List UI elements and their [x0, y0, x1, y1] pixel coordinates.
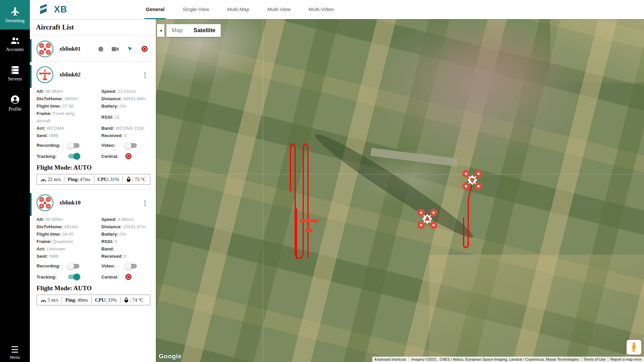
detail-field: RSSI: 21 — [101, 114, 152, 121]
detail-field: Distance: 15531.47m — [101, 223, 152, 231]
detail-label: Distance: — [101, 96, 122, 101]
detail-value: 49.999m — [45, 217, 63, 222]
quadrotor-avatar-icon — [37, 194, 53, 211]
kebab-menu-icon[interactable]: ⋮ — [140, 200, 150, 206]
aircraft-card-xblink02: xblink02 ⋮ Alt: 49.964m Speed: 22.01m/s … — [30, 62, 156, 185]
map-canvas[interactable]: ◄ Map Satellite Google — [156, 19, 644, 362]
kebab-menu-icon[interactable]: ⋮ — [140, 72, 150, 78]
detail-value: 0 — [124, 133, 127, 138]
pegman-control[interactable] — [627, 340, 641, 355]
report-map-error-link[interactable]: Report a map error — [608, 357, 644, 362]
detail-label: Act: — [37, 126, 45, 131]
navigation-arrow-icon[interactable] — [127, 46, 133, 52]
ping-segment: Ping:40ms — [62, 297, 91, 303]
sidebar-item-accounts[interactable]: Accounts — [0, 29, 30, 59]
tab-general[interactable]: General — [145, 0, 166, 19]
speed-segment: 5 m/s — [37, 297, 62, 303]
flight-path-layer — [156, 19, 644, 362]
quadrotor-map-marker-a[interactable] — [417, 208, 438, 231]
tab-multi-map[interactable]: Multi-Map — [226, 0, 251, 19]
fixed-wing-map-marker[interactable] — [299, 213, 319, 235]
detail-value: 0MB — [49, 254, 59, 259]
ping-label: Ping: — [65, 297, 76, 303]
map-type-button-satellite[interactable]: Satellite — [188, 24, 221, 37]
detail-value: 4914m — [64, 224, 78, 229]
brand-text: XB — [54, 4, 67, 15]
recording-toggle[interactable] — [68, 143, 79, 148]
cpu-label: CPU: — [98, 177, 109, 182]
detail-field: Frame: Quadrotor — [37, 238, 101, 245]
detail-value: 0 — [124, 254, 127, 259]
detail-field: RSSI: 0 — [101, 238, 152, 245]
fixed-wing-avatar-icon — [37, 66, 53, 83]
detail-field: Flight time: 37:56 — [37, 103, 101, 110]
left-sidebar: Streaming Accounts Servers Profile ☰ Men… — [0, 0, 30, 362]
detail-field: Distance: 49931.66m — [101, 95, 152, 103]
panel-collapse-button[interactable]: ◄ — [157, 24, 164, 37]
map-type-controls: ◄ Map Satellite — [157, 24, 221, 37]
detail-label: Sent: — [37, 133, 48, 138]
sidebar-item-profile[interactable]: Profile — [0, 88, 30, 118]
sidebar-menu-button[interactable]: ☰ Menu — [0, 345, 30, 360]
video-camera-icon[interactable] — [112, 47, 119, 52]
detail-field: Speed: 4.86m/s — [101, 216, 152, 223]
record-icon[interactable] — [142, 46, 148, 52]
aircraft-card-xblink10: xblink10 ⋮ Alt: 49.999m Speed: 4.86m/s D… — [30, 190, 156, 305]
ping-segment: Ping:47ms — [64, 176, 94, 183]
server-stack-icon — [10, 66, 20, 74]
detail-label: Alt: — [37, 217, 44, 222]
ping-value: 47ms — [80, 177, 90, 182]
tracking-control: Tracking: — [37, 153, 101, 159]
terms-of-use-link[interactable]: Terms of Use — [581, 357, 608, 362]
speed-value: 5 m/s — [48, 297, 58, 303]
quadrotor-flight-path — [464, 182, 472, 247]
brand-logo[interactable]: XB — [39, 3, 67, 16]
card-accent-stripe — [30, 65, 32, 88]
keyboard-shortcuts-link[interactable]: Keyboard shortcuts — [372, 357, 409, 362]
telemetry-bar: 22 m/s Ping:47ms CPU:31% : 73 °C — [37, 174, 150, 185]
aircraft-name: xblink02 — [59, 71, 80, 78]
aircraft-name: xblink10 — [59, 199, 80, 206]
detail-label: Band: — [101, 126, 114, 131]
video-label: Video: — [101, 143, 122, 148]
aircraft-name: xblink01 — [59, 46, 80, 52]
status-dot-icon[interactable] — [98, 47, 103, 52]
detail-value: 22.01m/s — [118, 89, 137, 94]
tracking-toggle[interactable] — [68, 275, 79, 279]
sidebar-item-streaming[interactable]: Streaming — [0, 0, 30, 29]
tracking-toggle[interactable] — [68, 154, 79, 159]
flight-mode-text: Flight Mode: AUTO — [30, 281, 156, 294]
card-accent-stripe — [30, 39, 32, 62]
aircraft-card-xblink01[interactable]: xblink01 — [30, 36, 156, 61]
ping-label: Ping: — [68, 177, 79, 182]
recording-toggle[interactable] — [68, 264, 79, 268]
detail-label: Received: — [101, 254, 123, 259]
central-label: Central: — [101, 154, 122, 159]
pegman-icon — [630, 342, 638, 352]
tab-single-view[interactable]: Single-View — [181, 0, 210, 19]
tab-multi-video[interactable]: Multi-Video — [307, 0, 335, 19]
detail-field: Received: 0 — [101, 253, 152, 260]
detail-value: 49931.66m — [123, 96, 146, 101]
quadrotor-map-marker-b[interactable] — [462, 170, 483, 192]
central-radio-icon[interactable] — [125, 274, 131, 280]
detail-field: Flight time: 34:05 — [37, 231, 101, 238]
aircraft-status-icons — [98, 46, 148, 52]
aircraft-details: Alt: 49.999m Speed: 4.86m/s DisToHome: 4… — [30, 215, 156, 261]
panel-title: Aircraft List — [36, 23, 74, 32]
detail-label: Frame: — [37, 239, 52, 244]
map-type-button-map[interactable]: Map — [166, 24, 188, 37]
detail-label: RSSI: — [101, 115, 113, 120]
tracking-control: Tracking: — [37, 274, 101, 280]
panel-header: Aircraft List — [30, 19, 156, 36]
recording-control: Recording: — [37, 263, 101, 268]
tab-multi-view[interactable]: Multi-View — [266, 0, 292, 19]
video-toggle[interactable] — [125, 264, 137, 268]
temperature-segment: : 74 °C — [120, 297, 147, 303]
central-radio-icon[interactable] — [125, 153, 131, 159]
survey-flight-path — [290, 144, 308, 258]
detail-field: Battery: 0% — [101, 103, 152, 110]
sidebar-item-servers[interactable]: Servers — [0, 59, 30, 88]
video-toggle[interactable] — [125, 143, 137, 148]
cpu-label: CPU: — [95, 297, 107, 303]
